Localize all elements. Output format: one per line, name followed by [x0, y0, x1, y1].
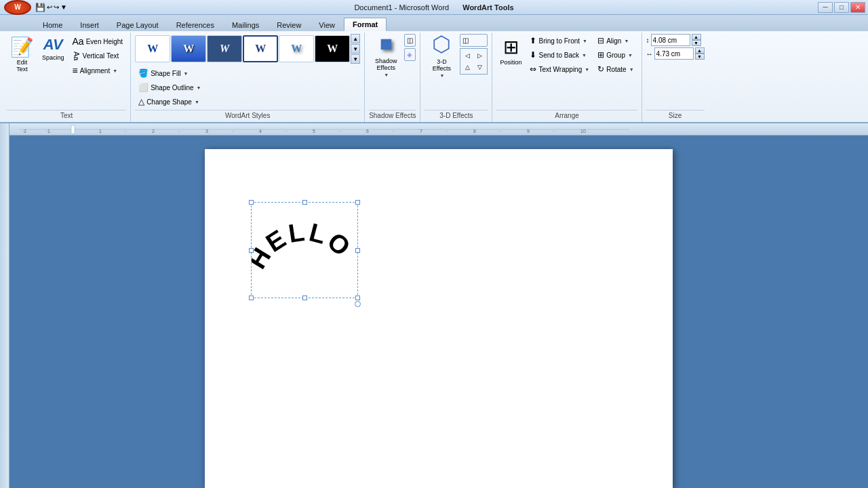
3d-effects-button[interactable]: ⬡ 3-DEffects ▼: [425, 34, 458, 75]
shadow-effects-button[interactable]: ■ ShadowEffects ▼: [369, 34, 403, 75]
change-shape-label: Change Shape: [146, 98, 192, 106]
3d-on-off[interactable]: ◫: [460, 34, 488, 47]
restore-button[interactable]: □: [834, 2, 849, 13]
wordart-style-5[interactable]: W: [279, 35, 314, 62]
context-title: WordArt Tools: [462, 3, 513, 12]
alignment-button[interactable]: ≡ Alignment ▼: [69, 63, 127, 78]
gallery-dropdown[interactable]: ▼: [351, 54, 360, 64]
shape-fill-button[interactable]: 🪣 Shape Fill ▼: [135, 66, 204, 80]
tab-home[interactable]: Home: [34, 18, 71, 31]
text-wrapping-button[interactable]: ⇔ Text Wrapping ▼: [526, 62, 593, 76]
wordart-style-1[interactable]: W: [135, 35, 170, 62]
close-button[interactable]: ✕: [850, 2, 865, 13]
send-back-arrow: ▼: [582, 53, 587, 58]
send-to-back-button[interactable]: ⬇ Send to Back ▼: [526, 48, 593, 62]
height-down[interactable]: ▼: [692, 40, 701, 46]
width-input[interactable]: [654, 47, 694, 60]
width-up[interactable]: ▲: [695, 47, 705, 54]
width-down[interactable]: ▼: [695, 54, 705, 60]
svg-text:·: ·: [446, 129, 448, 134]
3d-tilt-right[interactable]: ▷: [474, 50, 486, 61]
group-label: Group: [606, 52, 625, 59]
height-input[interactable]: [651, 34, 690, 46]
wordart-style-3[interactable]: W: [207, 35, 242, 62]
shape-outline-arrow: ▼: [197, 85, 201, 90]
align-arrow: ▼: [624, 39, 629, 43]
title-area: Document1 - Microsoft Word WordArt Tools: [354, 3, 513, 12]
bring-to-front-button[interactable]: ⬆ Bring to Front ▼: [526, 34, 593, 47]
3d-effects-icon: ⬡: [432, 31, 451, 57]
window-controls: ─ □ ✕: [818, 2, 865, 13]
tab-format[interactable]: Format: [344, 18, 387, 31]
gallery-scroll-more[interactable]: ▼: [351, 44, 360, 54]
ribbon-group-wordart-styles: W W W W W W ▲ ▼ ▼ 🪣 Shape Fill: [131, 33, 365, 122]
shadow-on-off[interactable]: ◫: [404, 34, 416, 47]
even-height-label: Even Height: [86, 38, 123, 45]
svg-text:1: 1: [99, 129, 102, 134]
wordart-gallery: W W W W W W ▲ ▼ ▼: [135, 34, 360, 64]
tab-review[interactable]: Review: [268, 18, 310, 31]
svg-text:8: 8: [473, 129, 476, 134]
shadow-color[interactable]: ◈: [404, 48, 416, 61]
wordart-style-6[interactable]: W: [315, 35, 350, 62]
tab-mailings[interactable]: Mailings: [223, 18, 268, 31]
av-spacing-icon: AV: [43, 36, 63, 54]
3d-tilt-left[interactable]: ◁: [462, 50, 473, 61]
3d-direction-pad: ◁ ▷ △ ▽: [460, 48, 488, 75]
gallery-scroll-up[interactable]: ▲: [351, 34, 360, 43]
text-wrapping-label: Text Wrapping: [538, 66, 582, 73]
svg-text:·: ·: [232, 129, 233, 134]
wordart-svg: HELLO: [252, 203, 359, 299]
position-label: Position: [500, 59, 521, 66]
wordart-style-4[interactable]: W: [243, 35, 278, 62]
shape-outline-button[interactable]: ⬜ Shape Outline ▼: [135, 81, 204, 94]
av-spacing-button[interactable]: AV Spacing: [39, 34, 68, 63]
title-bar-left: W 💾 ↩ ↪ ▼: [3, 0, 67, 16]
minimize-button[interactable]: ─: [818, 2, 833, 13]
svg-text:5: 5: [313, 129, 315, 134]
3d-tilt-up[interactable]: △: [462, 62, 473, 73]
svg-text:·: ·: [393, 129, 394, 134]
height-up[interactable]: ▲: [692, 34, 701, 40]
office-button[interactable]: W: [4, 0, 31, 15]
shape-outline-icon: ⬜: [138, 83, 149, 92]
tab-insert[interactable]: Insert: [71, 18, 108, 31]
group-icon: ⊞: [597, 50, 604, 60]
width-icon: ↔: [646, 50, 653, 58]
shadow-effects-content: ■ ShadowEffects ▼ ◫ ◈: [369, 34, 416, 108]
rotate-icon: ↻: [597, 64, 604, 74]
align-button[interactable]: ⊟ Align ▼: [594, 34, 637, 47]
send-to-back-label: Send to Back: [538, 52, 578, 59]
rotate-button[interactable]: ↻ Rotate ▼: [594, 62, 637, 76]
tab-view[interactable]: View: [310, 18, 344, 31]
wordart-container[interactable]: HELLO: [251, 202, 358, 298]
even-height-button[interactable]: Aa Even Height: [69, 34, 127, 49]
vertical-text-icon: Aa: [73, 52, 81, 60]
height-icon: ↕: [646, 37, 650, 44]
svg-text:10: 10: [580, 129, 586, 134]
position-button[interactable]: ⊞ Position: [496, 34, 525, 68]
height-spinner: ▲ ▼: [692, 34, 701, 46]
tab-page-layout[interactable]: Page Layout: [108, 18, 167, 31]
arrange-small-buttons-2: ⊟ Align ▼ ⊞ Group ▼ ↻ Rotate ▼: [594, 34, 637, 76]
change-shape-button[interactable]: △ Change Shape ▼: [135, 95, 204, 108]
group-button[interactable]: ⊞ Group ▼: [594, 48, 637, 62]
vertical-ruler: [0, 123, 9, 488]
3d-tilt-down[interactable]: ▽: [474, 62, 486, 73]
tab-references[interactable]: References: [167, 18, 223, 31]
doc-scroll-area[interactable]: HELLO: [9, 136, 868, 488]
shape-outline-label: Shape Outline: [151, 84, 193, 92]
3d-effects-content: ⬡ 3-DEffects ▼ ◫ ◁ ▷ △ ▽: [425, 34, 488, 108]
ribbon: Home Insert Page Layout References Maili…: [0, 15, 868, 123]
rotation-handle[interactable]: [355, 301, 361, 307]
wordart-style-2[interactable]: W: [171, 35, 206, 62]
ribbon-tab-bar: Home Insert Page Layout References Maili…: [0, 15, 868, 31]
alignment-icon: ≡: [73, 65, 78, 76]
quick-access-save[interactable]: 💾 ↩ ↪ ▼: [35, 3, 67, 12]
edit-text-button[interactable]: 📝 EditText: [7, 34, 37, 75]
3d-dropdown-arrow: ▼: [439, 73, 444, 78]
arrange-content: ⊞ Position ⬆ Bring to Front ▼ ⬇ Send to …: [496, 34, 637, 108]
vertical-text-button[interactable]: Aa Vertical Text: [69, 49, 127, 62]
group-arrow: ▼: [628, 53, 633, 58]
av-spacing-label: Spacing: [42, 54, 64, 61]
